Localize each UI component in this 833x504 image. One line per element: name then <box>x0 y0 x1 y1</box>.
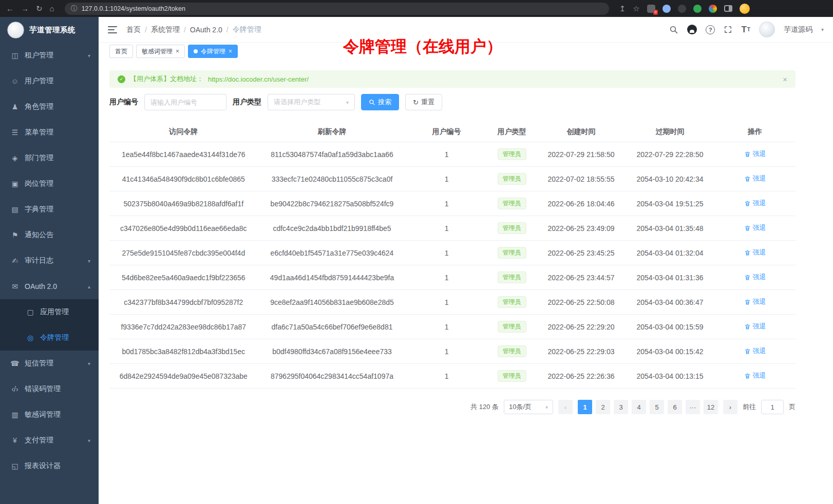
actions-cell: 强退 <box>714 223 796 233</box>
extension-icon[interactable] <box>662 5 671 13</box>
app-logo[interactable]: 芋道管理系统 <box>0 17 99 43</box>
user-id-input[interactable] <box>144 94 226 110</box>
goto-label: 前往 <box>743 402 756 412</box>
close-icon[interactable]: × <box>783 75 787 84</box>
user-name[interactable]: 芋道源码 <box>784 25 812 34</box>
page-number-button[interactable]: 4 <box>632 400 646 414</box>
sidebar-item-errcode[interactable]: ‹/›错误码管理 <box>0 376 99 402</box>
sidebar-item-audit[interactable]: ✍审计日志▾ <box>0 248 99 274</box>
report-icon: ◱ <box>10 462 20 470</box>
page-number-button[interactable]: 5 <box>650 400 664 414</box>
sidebar-item-notice[interactable]: ⚑通知公告 <box>0 222 99 248</box>
goto-page-input[interactable] <box>761 400 784 414</box>
page-size-select[interactable]: 10条/页 ▾ <box>504 400 553 414</box>
home-icon[interactable]: ⌂ <box>50 5 54 12</box>
sidebar-item-dict[interactable]: ▤字典管理 <box>0 197 99 222</box>
user-type-cell: 管理员 <box>487 345 537 357</box>
sidebar-menu: ◫租户管理▾☺用户管理♟角色管理☰菜单管理◈部门管理▣岗位管理▤字典管理⚑通知公… <box>0 43 99 479</box>
alert-doc-link[interactable]: https://doc.iocoder.cn/user-center/ <box>208 75 309 83</box>
tab-home[interactable]: 首页 <box>109 45 133 58</box>
extension-icon[interactable] <box>678 5 686 13</box>
sidebar-item-sensitive[interactable]: ▥敏感词管理 <box>0 402 99 428</box>
sidebar-item-report[interactable]: ◱报表设计器 <box>0 453 99 479</box>
tab-token[interactable]: 令牌管理× <box>188 45 238 58</box>
page-ellipsis-button[interactable]: ··· <box>686 400 700 414</box>
prev-page-button[interactable]: ‹ <box>558 400 573 414</box>
bookmark-star-icon[interactable]: ☆ <box>633 5 639 12</box>
force-logout-button[interactable]: 强退 <box>744 174 766 183</box>
page-number-button[interactable]: 3 <box>614 400 628 414</box>
next-page-button[interactable]: › <box>723 400 737 414</box>
breadcrumb-item[interactable]: 首页 <box>126 25 141 34</box>
page-content: ✓ 【用户体系】文档地址： https://doc.iocoder.cn/use… <box>99 60 833 504</box>
sidebar-collapse-icon[interactable] <box>108 26 117 33</box>
user-type-select[interactable]: 请选择用户类型 ▾ <box>268 94 355 110</box>
sidebar-item-label: 用户管理 <box>25 76 53 86</box>
force-logout-button[interactable]: 强退 <box>744 297 766 306</box>
breadcrumb-item[interactable]: 系统管理 <box>151 25 180 34</box>
sidebar-item-role[interactable]: ♟角色管理 <box>0 94 99 120</box>
page-number-button[interactable]: 6 <box>668 400 682 414</box>
sidebar-item-label: 支付管理 <box>25 436 53 445</box>
side-panel-icon[interactable] <box>724 5 732 12</box>
reset-button[interactable]: ↻ 重置 <box>405 94 442 110</box>
fullscreen-icon[interactable] <box>724 25 732 34</box>
force-logout-label: 强退 <box>753 273 766 282</box>
force-logout-button[interactable]: 强退 <box>744 371 766 380</box>
help-icon[interactable]: ? <box>706 25 715 34</box>
sidebar-item-app[interactable]: ▢应用管理 <box>0 299 99 325</box>
sidebar-item-pay[interactable]: ¥支付管理▾ <box>0 428 99 453</box>
user-type-badge: 管理员 <box>498 148 526 160</box>
page-number-button[interactable]: 12 <box>704 400 718 414</box>
sidebar-item-menu[interactable]: ☰菜单管理 <box>0 120 99 145</box>
breadcrumb-item[interactable]: OAuth 2.0 <box>190 26 222 34</box>
sidebar-item-tenant[interactable]: ◫租户管理▾ <box>0 43 99 68</box>
sidebar-item-sms[interactable]: ☎短信管理▾ <box>0 351 99 376</box>
actions-cell: 强退 <box>714 174 796 184</box>
search-icon[interactable] <box>669 25 678 34</box>
force-logout-button[interactable]: 强退 <box>744 322 766 331</box>
extension-icon[interactable] <box>709 5 717 13</box>
user-avatar[interactable] <box>759 22 775 37</box>
page-number-button[interactable]: 2 <box>596 400 610 414</box>
delete-icon <box>744 373 751 379</box>
delete-icon <box>744 274 751 281</box>
search-button[interactable]: 搜索 <box>361 94 399 110</box>
site-info-icon[interactable]: ⓘ <box>71 4 78 13</box>
force-logout-button[interactable]: 强退 <box>744 273 766 282</box>
force-logout-button[interactable]: 强退 <box>744 248 766 257</box>
tab-label: 首页 <box>115 47 127 56</box>
browser-profile-avatar[interactable] <box>740 4 750 14</box>
reload-icon[interactable]: ↻ <box>36 5 43 12</box>
force-logout-button[interactable]: 强退 <box>744 223 766 232</box>
url-bar[interactable]: ⓘ 127.0.0.1:1024/system/oauth2/token <box>65 3 609 15</box>
back-icon[interactable]: ← <box>6 5 14 12</box>
force-logout-label: 强退 <box>753 248 766 257</box>
font-size-icon[interactable]: TT <box>741 25 750 35</box>
forward-icon[interactable]: → <box>21 5 29 12</box>
close-icon[interactable]: × <box>176 48 179 54</box>
close-icon[interactable]: × <box>229 48 232 54</box>
sidebar-item-user[interactable]: ☺用户管理 <box>0 68 99 94</box>
sidebar-item-dept[interactable]: ◈部门管理 <box>0 145 99 171</box>
user-type-cell: 管理员 <box>487 198 537 209</box>
github-icon[interactable] <box>687 25 697 34</box>
top-navbar: 首页/系统管理/OAuth 2.0/令牌管理 ? TT 芋道源码 ▾ <box>99 17 833 43</box>
access-token-cell: 275e5de9151045fe87cbdc395e004f4d <box>109 249 258 257</box>
expire-time-cell: 2054-03-04 00:36:47 <box>626 298 715 306</box>
role-icon: ♟ <box>10 103 20 111</box>
sidebar-item-token[interactable]: ◎令牌管理 <box>0 325 99 351</box>
user-id-cell: 1 <box>406 298 486 306</box>
refresh-token-cell: cdfc4ce9c2da4bb1bdf21b9918ff4be5 <box>258 224 407 232</box>
extension-icon[interactable] <box>693 5 702 13</box>
force-logout-button[interactable]: 强退 <box>744 199 766 208</box>
sidebar-item-oauth2[interactable]: ✉OAuth 2.0▴ <box>0 274 99 299</box>
extension-icon[interactable]: 0 <box>647 5 655 13</box>
chevron-down-icon[interactable]: ▾ <box>821 27 824 32</box>
force-logout-button[interactable]: 强退 <box>744 149 766 159</box>
page-number-button[interactable]: 1 <box>578 400 592 414</box>
force-logout-button[interactable]: 强退 <box>744 346 766 356</box>
sidebar-item-post[interactable]: ▣岗位管理 <box>0 171 99 197</box>
tab-sensitive[interactable]: 敏感词管理× <box>136 45 185 58</box>
share-icon[interactable]: ↥ <box>619 5 626 12</box>
